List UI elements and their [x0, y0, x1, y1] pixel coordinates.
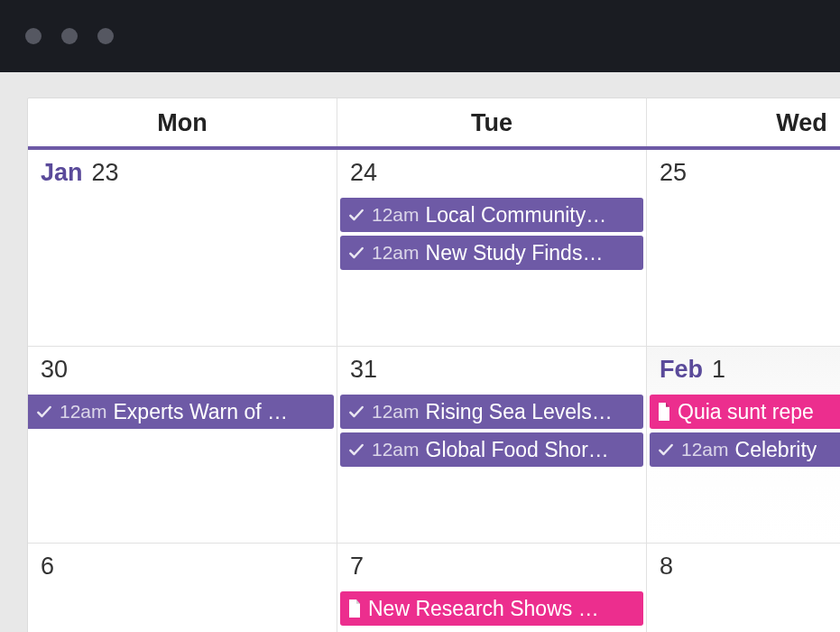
weekday-header-row: Mon Tue Wed — [28, 98, 840, 150]
event-title: Quia sunt repe — [678, 400, 814, 424]
event-time: 12am — [60, 401, 107, 423]
day-cell[interactable]: 24 12am Local Community… 12am New Study … — [337, 150, 647, 346]
event-title: Local Community… — [426, 203, 607, 228]
event-time: 12am — [372, 401, 420, 423]
traffic-light-zoom[interactable] — [97, 28, 114, 44]
calendar-event[interactable]: 12am New Study Finds… — [340, 236, 643, 270]
day-number: 25 — [660, 159, 687, 187]
weekday-header-wed: Wed — [647, 98, 840, 146]
month-abbr: Jan — [41, 159, 83, 187]
date-label: Feb 1 — [647, 356, 840, 395]
day-cell[interactable]: 7 New Research Shows … — [337, 544, 647, 632]
check-icon — [347, 403, 365, 421]
check-icon — [347, 206, 365, 224]
event-list: Quia sunt repe 12am Celebrity — [647, 395, 840, 467]
traffic-light-close[interactable] — [25, 28, 42, 44]
event-title: New Study Finds… — [426, 241, 604, 265]
day-number: 8 — [660, 553, 673, 581]
calendar-week-row: 30 12am Experts Warn of … 31 — [28, 347, 840, 544]
calendar-grid: Mon Tue Wed Jan 23 24 12am L — [27, 98, 840, 632]
window-titlebar — [0, 0, 840, 72]
calendar-event[interactable]: 12am Global Food Shor… — [340, 432, 643, 467]
traffic-light-minimize[interactable] — [61, 28, 78, 44]
event-time: 12am — [372, 242, 420, 264]
event-title: Celebrity — [735, 438, 817, 462]
date-label: 24 — [337, 159, 646, 198]
date-label: 31 — [337, 356, 646, 395]
calendar-event[interactable]: 12am Celebrity — [650, 432, 840, 467]
date-label: 30 — [28, 356, 337, 395]
event-title: Rising Sea Levels… — [426, 400, 613, 424]
event-time: 12am — [681, 439, 729, 460]
day-number: 7 — [350, 553, 364, 581]
day-cell[interactable]: 31 12am Rising Sea Levels… 12am Global F… — [337, 347, 647, 543]
event-list: 12am Local Community… 12am New Study Fin… — [337, 198, 646, 270]
day-cell[interactable]: 30 12am Experts Warn of … — [28, 347, 337, 543]
calendar-event[interactable]: New Research Shows … — [340, 591, 643, 626]
calendar-week-row: Jan 23 24 12am Local Community… 12a — [28, 150, 840, 347]
day-cell[interactable]: Jan 23 — [28, 150, 337, 346]
event-title: Experts Warn of … — [114, 400, 288, 424]
day-number: 1 — [712, 356, 725, 384]
check-icon — [347, 441, 365, 459]
month-abbr: Feb — [660, 356, 703, 384]
day-cell[interactable]: 8 — [647, 544, 840, 632]
weekday-header-tue: Tue — [337, 98, 647, 146]
date-label: 7 — [337, 553, 646, 591]
day-number: 23 — [92, 159, 119, 187]
check-icon — [657, 441, 675, 459]
date-label: Jan 23 — [28, 159, 337, 198]
calendar-container: Mon Tue Wed Jan 23 24 12am L — [0, 72, 840, 632]
document-icon — [347, 599, 362, 618]
date-label: 25 — [647, 159, 840, 198]
day-number: 31 — [350, 356, 377, 384]
calendar-event[interactable]: 12am Local Community… — [340, 198, 643, 232]
calendar-event[interactable]: Quia sunt repe — [650, 395, 840, 429]
weekday-header-mon: Mon — [28, 98, 337, 146]
calendar-week-row: 6 7 New Research Shows … 8 — [28, 544, 840, 632]
event-list: 12am Rising Sea Levels… 12am Global Food… — [337, 395, 646, 467]
date-label: 8 — [647, 553, 840, 591]
calendar-event[interactable]: 12am Experts Warn of … — [28, 395, 334, 429]
event-list: New Research Shows … — [337, 591, 646, 626]
check-icon — [347, 244, 365, 262]
date-label: 6 — [28, 553, 337, 591]
document-icon — [657, 403, 671, 421]
day-cell[interactable]: 25 — [647, 150, 840, 346]
event-time: 12am — [372, 204, 420, 226]
day-number: 30 — [41, 356, 68, 384]
event-title: Global Food Shor… — [426, 438, 609, 462]
calendar-event[interactable]: 12am Rising Sea Levels… — [340, 395, 643, 429]
event-title: New Research Shows … — [368, 597, 599, 621]
day-cell[interactable]: 6 — [28, 544, 337, 632]
day-number: 24 — [350, 159, 377, 187]
event-time: 12am — [372, 439, 420, 460]
check-icon — [35, 403, 53, 421]
day-cell[interactable]: Feb 1 Quia sunt repe 12am Celebrity — [647, 347, 840, 543]
day-number: 6 — [41, 553, 54, 581]
event-list: 12am Experts Warn of … — [28, 395, 337, 429]
